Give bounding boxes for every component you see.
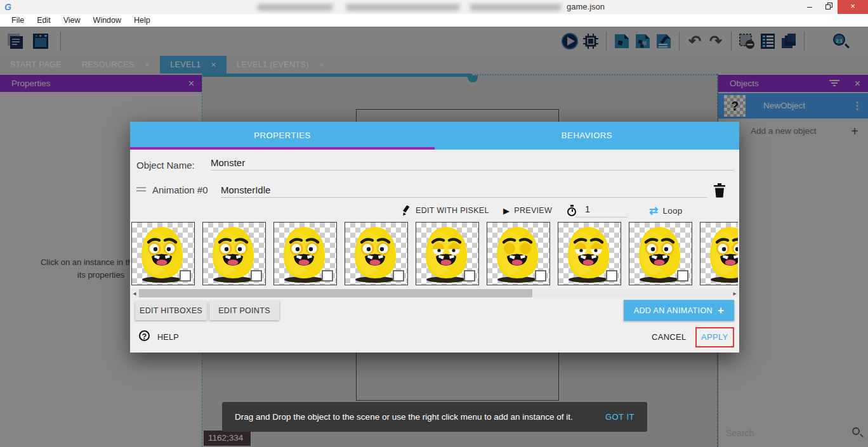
animation-frame[interactable] bbox=[487, 222, 550, 285]
animation-frame[interactable] bbox=[202, 222, 266, 285]
menu-file[interactable]: File bbox=[5, 14, 30, 27]
minimize-button[interactable]: – bbox=[801, 0, 819, 14]
snackbar: Drag and Drop the object to the scene or… bbox=[222, 402, 647, 432]
frame-checkbox[interactable] bbox=[677, 270, 688, 282]
time-between-frames-input[interactable] bbox=[575, 202, 628, 217]
loop-toggle[interactable]: ⇄ Loop bbox=[649, 202, 682, 219]
frame-checkbox[interactable] bbox=[393, 270, 404, 282]
edit-points-button[interactable]: EDIT POINTS bbox=[209, 301, 279, 320]
tab-properties[interactable]: PROPERTIES bbox=[130, 122, 435, 150]
scroll-left-icon[interactable]: ◂ bbox=[131, 289, 138, 297]
edit-with-piskel-button[interactable]: EDIT WITH PISKEL bbox=[402, 202, 489, 219]
monster-sprite bbox=[700, 223, 738, 286]
tab-behaviors[interactable]: BEHAVIORS bbox=[435, 122, 739, 150]
scrollbar-thumb[interactable] bbox=[139, 289, 532, 297]
object-name-input[interactable] bbox=[211, 155, 734, 171]
help-button[interactable]: HELP bbox=[157, 333, 179, 342]
window-title: game.json bbox=[567, 2, 605, 11]
apply-highlight-box bbox=[695, 327, 734, 347]
play-icon: ▶ bbox=[503, 206, 510, 216]
menu-edit[interactable]: Edit bbox=[30, 14, 57, 27]
app-logo-icon: G bbox=[4, 2, 15, 12]
frame-checkbox[interactable] bbox=[606, 270, 617, 282]
animation-frame[interactable] bbox=[345, 222, 408, 285]
delete-animation-icon[interactable] bbox=[713, 183, 727, 198]
menu-help[interactable]: Help bbox=[128, 14, 157, 27]
frame-checkbox[interactable] bbox=[464, 270, 475, 282]
drag-handle-icon[interactable] bbox=[136, 187, 146, 193]
animation-frame[interactable] bbox=[700, 222, 738, 285]
titlebar: G game.json – × bbox=[0, 0, 868, 14]
object-name-label: Object Name: bbox=[136, 160, 195, 171]
object-editor-dialog: PROPERTIES BEHAVIORS Object Name: Animat… bbox=[130, 122, 739, 353]
loop-icon: ⇄ bbox=[649, 204, 659, 217]
got-it-button[interactable]: GOT IT bbox=[605, 412, 647, 422]
close-button[interactable]: × bbox=[838, 0, 868, 14]
restore-button[interactable] bbox=[820, 0, 838, 14]
title-redacted-segment bbox=[257, 4, 333, 11]
menu-window[interactable]: Window bbox=[87, 14, 128, 27]
frame-checkbox[interactable] bbox=[251, 270, 262, 282]
frame-checkbox[interactable] bbox=[535, 270, 546, 282]
frames-strip bbox=[131, 222, 738, 287]
add-animation-button[interactable]: ADD AN ANIMATION+ bbox=[624, 300, 734, 321]
title-redacted-segment bbox=[346, 4, 460, 11]
menu-view[interactable]: View bbox=[57, 14, 87, 27]
animation-label: Animation #0 bbox=[152, 185, 208, 195]
edit-hitboxes-button[interactable]: EDIT HITBOXES bbox=[135, 301, 207, 320]
dialog-tabs: PROPERTIES BEHAVIORS bbox=[130, 122, 739, 150]
snackbar-message: Drag and Drop the object to the scene or… bbox=[222, 412, 573, 422]
title-redacted-segment bbox=[470, 4, 562, 11]
animation-frame[interactable] bbox=[558, 222, 621, 285]
animation-frame[interactable] bbox=[131, 222, 195, 285]
frame-checkbox[interactable] bbox=[180, 270, 191, 282]
animation-name-input[interactable] bbox=[221, 182, 707, 198]
menubar: File Edit View Window Help bbox=[0, 14, 868, 27]
cancel-button[interactable]: CANCEL bbox=[652, 332, 687, 342]
animation-frame[interactable] bbox=[416, 222, 479, 285]
active-tab-underline bbox=[130, 147, 435, 150]
frames-scrollbar[interactable]: ◂ ▸ bbox=[131, 289, 738, 297]
scroll-right-icon[interactable]: ▸ bbox=[732, 289, 738, 297]
help-icon[interactable]: ? bbox=[139, 330, 150, 341]
pencil-icon bbox=[402, 205, 411, 216]
plus-icon: + bbox=[718, 304, 724, 316]
preview-button[interactable]: ▶ PREVIEW bbox=[503, 202, 552, 219]
frame-checkbox[interactable] bbox=[322, 270, 333, 282]
animation-frame[interactable] bbox=[629, 222, 692, 285]
animation-frame[interactable] bbox=[273, 222, 337, 285]
